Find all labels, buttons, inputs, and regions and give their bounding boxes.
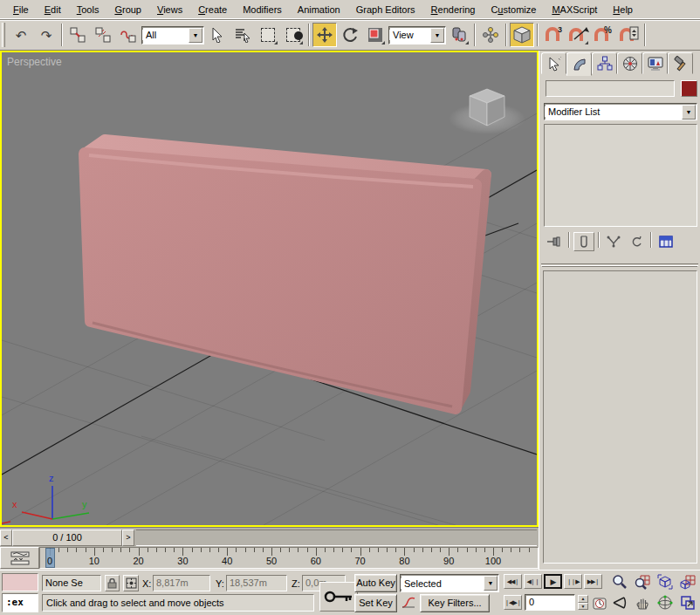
key-mode-dropdown[interactable]: Selected ▼ xyxy=(400,574,499,592)
rectangular-selection-region-button[interactable] xyxy=(256,23,280,47)
absolute-mode-transform-type-in-button[interactable] xyxy=(123,575,139,591)
zoom-extents-button[interactable] xyxy=(655,572,676,591)
window-crossing-toggle-button[interactable] xyxy=(281,23,305,47)
snaps-toggle-button[interactable] xyxy=(510,23,534,47)
play-button[interactable]: ▶ xyxy=(544,574,562,589)
viewcube[interactable] xyxy=(449,89,525,134)
select-and-rotate-button[interactable] xyxy=(338,23,362,47)
maximize-viewport-toggle-button[interactable] xyxy=(677,593,698,612)
box-object[interactable] xyxy=(85,140,486,408)
bind-to-space-warp-button[interactable] xyxy=(116,23,141,47)
reference-coordinate-system-dropdown[interactable]: View ▼ xyxy=(388,26,446,44)
auto-key-button[interactable]: Auto Key xyxy=(354,574,397,592)
remove-modifier-button[interactable] xyxy=(626,232,647,251)
key-mode-toggle-button[interactable]: ❘◀▶❘ xyxy=(504,595,522,610)
y-coordinate-field[interactable]: 18,537m xyxy=(226,575,287,591)
menu-animation[interactable]: Animation xyxy=(290,2,348,17)
perspective-viewport[interactable]: z x y Perspective xyxy=(0,51,539,527)
menu-views[interactable]: Views xyxy=(149,2,190,17)
zoom-extents-all-button[interactable] xyxy=(677,572,698,591)
key-filters-button[interactable]: Key Filters... xyxy=(420,594,490,612)
show-end-result-button[interactable] xyxy=(573,232,594,251)
menu-file[interactable]: File xyxy=(5,2,37,17)
tab-utilities[interactable] xyxy=(668,52,693,74)
unlink-selection-button[interactable] xyxy=(91,23,115,47)
configure-modifier-sets-button[interactable] xyxy=(655,232,676,251)
chevron-down-icon: ▼ xyxy=(484,576,498,591)
select-by-name-button[interactable] xyxy=(230,23,255,47)
selection-filter-dropdown[interactable]: All ▼ xyxy=(141,26,204,44)
set-key-button[interactable]: Set Key xyxy=(354,594,397,612)
tab-create[interactable] xyxy=(541,52,566,74)
select-object-button[interactable] xyxy=(205,23,230,47)
tab-hierarchy[interactable] xyxy=(592,52,617,74)
select-and-manipulate-button[interactable] xyxy=(478,23,503,47)
arc-rotate-button[interactable] xyxy=(655,593,676,612)
frame-spinner[interactable]: ▲▼ xyxy=(578,595,588,610)
undo-button[interactable]: ↶ xyxy=(9,23,33,47)
remove-modifier-icon xyxy=(630,236,642,248)
viewport-label[interactable]: Perspective xyxy=(7,56,62,68)
go-to-start-button[interactable]: ◀◀❘ xyxy=(504,574,522,589)
use-pivot-point-center-button[interactable] xyxy=(447,23,471,47)
utilities-tab-icon xyxy=(673,56,689,72)
spinner-snap-toggle-button[interactable] xyxy=(617,23,642,47)
maxscript-macro-recorder-line[interactable] xyxy=(2,573,38,591)
tab-display[interactable] xyxy=(642,52,668,74)
percent-snap-toggle-button[interactable]: % xyxy=(592,23,616,47)
angle-snap-toggle-button[interactable] xyxy=(566,23,591,47)
next-frame-button[interactable]: ❘❘▶ xyxy=(564,574,582,589)
set-keys-button[interactable] xyxy=(319,582,358,612)
default-in-out-tangents-button[interactable] xyxy=(400,594,417,611)
select-and-link-button[interactable] xyxy=(65,23,90,47)
menu-tools[interactable]: Tools xyxy=(69,2,107,17)
magnet-angle-icon xyxy=(567,25,590,44)
previous-frame-arrow-button[interactable]: < xyxy=(0,530,12,546)
zoom-all-button[interactable] xyxy=(632,572,653,591)
menu-rendering[interactable]: Rendering xyxy=(423,2,484,17)
current-frame-field[interactable]: 0 xyxy=(525,594,575,611)
tab-motion[interactable] xyxy=(617,52,642,74)
toolbar-drag-handle[interactable] xyxy=(2,23,5,47)
open-mini-curve-editor-button[interactable] xyxy=(0,547,39,569)
next-frame-arrow-button[interactable]: > xyxy=(122,530,134,546)
menu-maxscript[interactable]: MAXScript xyxy=(544,2,605,17)
menu-group[interactable]: Group xyxy=(106,2,149,17)
object-color-swatch[interactable] xyxy=(681,80,697,97)
modifier-stack-list[interactable] xyxy=(544,124,697,227)
field-of-view-button[interactable] xyxy=(609,593,630,612)
select-and-move-button[interactable] xyxy=(312,23,337,47)
previous-frame-button[interactable]: ◀❘❘ xyxy=(524,574,542,589)
spinner-down-icon[interactable]: ▼ xyxy=(578,603,588,611)
chevron-down-icon: ▼ xyxy=(682,105,696,120)
pan-button[interactable] xyxy=(632,593,653,612)
fov-icon xyxy=(612,595,628,611)
zoom-button[interactable] xyxy=(609,572,630,591)
modifier-list-dropdown[interactable]: Modifier List ▼ xyxy=(544,103,697,120)
maxscript-mini-listener[interactable]: :ex xyxy=(2,593,38,612)
snap-toggle-3d-button[interactable]: 3 xyxy=(541,23,566,47)
menu-edit[interactable]: Edit xyxy=(37,2,69,17)
spinner-up-icon[interactable]: ▲ xyxy=(578,595,588,603)
menu-help[interactable]: Help xyxy=(605,2,641,17)
time-configuration-button[interactable] xyxy=(591,594,608,611)
go-to-end-button[interactable]: ▶▶❘ xyxy=(584,574,602,589)
time-slider-button[interactable]: 0 / 100 xyxy=(12,530,122,546)
menu-graph-editors[interactable]: Graph Editors xyxy=(348,2,423,17)
object-name-field[interactable] xyxy=(546,80,675,97)
timeline-ruler[interactable]: 0102030405060708090100 xyxy=(39,547,539,569)
track-bar: 0102030405060708090100 xyxy=(0,547,539,570)
menu-create[interactable]: Create xyxy=(190,2,235,17)
make-unique-button[interactable] xyxy=(603,232,624,251)
pin-stack-button[interactable] xyxy=(544,232,565,251)
tab-modify[interactable] xyxy=(566,52,592,76)
selection-lock-toggle-button[interactable] xyxy=(105,575,120,591)
redo-button[interactable]: ↷ xyxy=(34,23,58,47)
select-and-scale-button[interactable] xyxy=(363,23,388,47)
status-prompt: Click and drag to select and move object… xyxy=(42,594,314,612)
time-slider-track[interactable] xyxy=(136,530,537,546)
rollout-area[interactable] xyxy=(543,270,697,564)
menu-customize[interactable]: Customize xyxy=(483,2,544,17)
menu-modifiers[interactable]: Modifiers xyxy=(235,2,290,17)
x-coordinate-field[interactable]: 8,817m xyxy=(153,575,210,591)
